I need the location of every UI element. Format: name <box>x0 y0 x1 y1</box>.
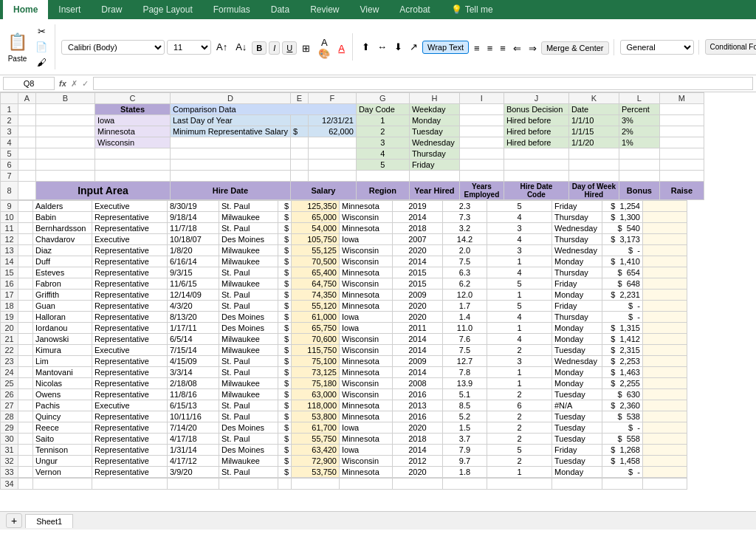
tab-view[interactable]: View <box>350 0 390 19</box>
ribbon: Home Insert Draw Page Layout Formulas Da… <box>0 0 756 19</box>
format-painter-button[interactable]: 🖌 <box>32 55 50 69</box>
increase-font-button[interactable]: A↑ <box>213 40 230 54</box>
table-row: 28 Quincy Representative 10/11/16 St. Pa… <box>1 411 687 422</box>
table-row: 22 Kimura Executive 7/15/14 Milwaukee $ … <box>1 345 687 356</box>
col-header-i: I <box>459 93 504 104</box>
font-size-select[interactable]: 11 <box>167 40 211 55</box>
col-header-j: J <box>504 93 568 104</box>
number-format-select[interactable]: General <box>620 40 694 55</box>
table-row: 23 Lim Representative 4/15/09 St. Paul $… <box>1 356 687 367</box>
col-header-d: D <box>171 93 291 104</box>
spreadsheet-container: A B C D E F G H I J K L M 1 <box>0 92 756 530</box>
table-row: 4 Wisconsin 3 Wednesday Hired before 1/1… <box>1 137 704 148</box>
col-header-b: B <box>36 93 95 104</box>
orientation-button[interactable]: ↗ <box>407 40 421 54</box>
col-header-e: E <box>290 93 308 104</box>
table-row: 10 Babin Representative 9/18/14 Milwauke… <box>1 212 687 223</box>
table-row: 14 Duff Representative 6/16/14 Milwaukee… <box>1 256 687 267</box>
ribbon-row1: 📋 Paste ✂ 📄 🖌 Calibri (Body) 11 A↑ A↓ <box>4 22 752 72</box>
table-row: 5 4 Thursday <box>1 148 704 160</box>
increase-indent-button[interactable]: ⇒ <box>526 41 540 55</box>
sheet-wrapper[interactable]: A B C D E F G H I J K L M 1 <box>0 92 756 511</box>
sheet-tab-1[interactable]: Sheet1 <box>25 514 73 528</box>
cut-button[interactable]: ✂ <box>32 24 50 38</box>
table-row: 9 Aalders Executive 8/30/19 St. Paul $ 1… <box>1 201 687 212</box>
table-row: 19 Halloran Representative 8/13/20 Des M… <box>1 312 687 323</box>
align-left-button[interactable]: ≡ <box>471 41 483 55</box>
col-header-f: F <box>308 93 356 104</box>
col-header-a: A <box>18 93 36 104</box>
align-middle-button[interactable]: ↔ <box>374 40 390 54</box>
table-row: 18 Guan Representative 4/3/20 St. Paul $… <box>1 301 687 312</box>
empty-rows: 34 <box>0 478 687 490</box>
tab-data[interactable]: Data <box>261 0 300 19</box>
table-row: 7 <box>1 171 704 182</box>
table-row: 34 <box>1 479 687 490</box>
italic-button[interactable]: I <box>269 41 280 55</box>
tab-draw[interactable]: Draw <box>91 0 132 19</box>
decrease-indent-button[interactable]: ⇐ <box>510 41 524 55</box>
col-header-k: K <box>568 93 619 104</box>
tab-formulas[interactable]: Formulas <box>203 0 261 19</box>
fx-icon: fx <box>59 79 66 88</box>
styles-group: Conditional Formatting <box>705 39 756 55</box>
table-row: 30 Saito Representative 4/17/18 St. Paul… <box>1 434 687 445</box>
table-row: 17 Griffith Representative 12/14/09 St. … <box>1 290 687 301</box>
paste-button[interactable]: 📋 <box>4 31 30 53</box>
font-name-select[interactable]: Calibri (Body) <box>61 40 165 55</box>
table-row: 32 Ungur Representative 4/17/12 Milwauke… <box>1 456 687 467</box>
col-header-g: G <box>356 93 409 104</box>
font-group: Calibri (Body) 11 A↑ A↓ B I U ⊞ A🎨 A <box>61 33 353 61</box>
borders-button[interactable]: ⊞ <box>299 41 313 55</box>
tab-insert[interactable]: Insert <box>48 0 91 19</box>
tab-review[interactable]: Review <box>300 0 349 19</box>
cell-reference-box[interactable]: Q8 <box>3 77 55 90</box>
tab-acrobat[interactable]: Acrobat <box>389 0 440 19</box>
table-row: 33 Vernon Representative 3/9/20 St. Paul… <box>1 467 687 478</box>
align-right-button[interactable]: ≡ <box>497 41 509 55</box>
fill-color-button[interactable]: A🎨 <box>315 35 333 61</box>
col-header-c: C <box>95 93 171 104</box>
ribbon-content: 📋 Paste ✂ 📄 🖌 Calibri (Body) 11 A↑ A↓ <box>0 19 756 75</box>
align-center-button[interactable]: ≡ <box>484 41 496 55</box>
table-row: 15 Esteves Representative 9/3/15 St. Pau… <box>1 267 687 278</box>
table-row: 8 Input Area Hire Date Salary Region Yea… <box>1 182 704 200</box>
merge-center-button[interactable]: Merge & Center <box>541 41 609 55</box>
table-row: 24 Mantovani Representative 3/3/14 St. P… <box>1 367 687 378</box>
tabs-row: Home Insert Draw Page Layout Formulas Da… <box>0 0 756 19</box>
copy-button[interactable]: 📄 <box>32 40 50 54</box>
table-row: 25 Nicolas Representative 2/18/08 Milwau… <box>1 378 687 389</box>
lightbulb-icon: 💡 <box>451 4 462 15</box>
table-row: 29 Reece Representative 7/14/20 Des Moin… <box>1 422 687 434</box>
align-bottom-button[interactable]: ⬇ <box>391 40 405 54</box>
table-row: 31 Tennison Representative 1/31/14 Des M… <box>1 445 687 456</box>
align-top-button[interactable]: ⬆ <box>359 40 373 54</box>
font-color-button[interactable]: A <box>335 41 348 55</box>
table-row: 6 5 Friday <box>1 160 704 171</box>
conditional-formatting-button[interactable]: Conditional Formatting <box>705 39 756 55</box>
sheet-tabs: + Sheet1 <box>0 511 756 530</box>
sheet-table: A B C D E F G H I J K L M 1 <box>0 92 704 200</box>
table-row: 26 Owens Representative 11/8/16 Milwauke… <box>1 389 687 400</box>
underline-button[interactable]: U <box>282 41 297 55</box>
formula-bar: Q8 fx ✗ ✓ <box>0 75 756 92</box>
table-row: 13 Diaz Representative 1/8/20 Milwaukee … <box>1 245 687 256</box>
confirm-icon: ✓ <box>82 79 89 89</box>
alignment-group: ⬆ ↔ ⬇ ↗ Wrap Text ≡ ≡ ≡ ⇐ ⇒ Merge & Cent… <box>359 39 614 55</box>
table-row: 16 Fabron Representative 11/6/15 Milwauk… <box>1 278 687 290</box>
tab-tell-me[interactable]: 💡 Tell me <box>441 0 504 19</box>
table-row: 27 Pachis Executive 6/15/13 St. Paul $ 1… <box>1 400 687 411</box>
paste-label: Paste <box>8 55 27 63</box>
data-table: 9 Aalders Executive 8/30/19 St. Paul $ 1… <box>0 200 687 478</box>
formula-input[interactable] <box>93 77 753 90</box>
add-sheet-button[interactable]: + <box>6 513 22 528</box>
tab-page-layout[interactable]: Page Layout <box>132 0 202 19</box>
wrap-text-button[interactable]: Wrap Text <box>422 41 469 54</box>
col-header-rownum <box>1 93 18 104</box>
tab-home[interactable]: Home <box>3 0 48 19</box>
table-row: 20 Iordanou Representative 1/17/11 Des M… <box>1 323 687 334</box>
number-group: General <box>620 40 699 55</box>
table-row: 21 Janowski Representative 6/5/14 Milwau… <box>1 334 687 345</box>
decrease-font-button[interactable]: A↓ <box>233 40 250 54</box>
bold-button[interactable]: B <box>252 41 267 55</box>
